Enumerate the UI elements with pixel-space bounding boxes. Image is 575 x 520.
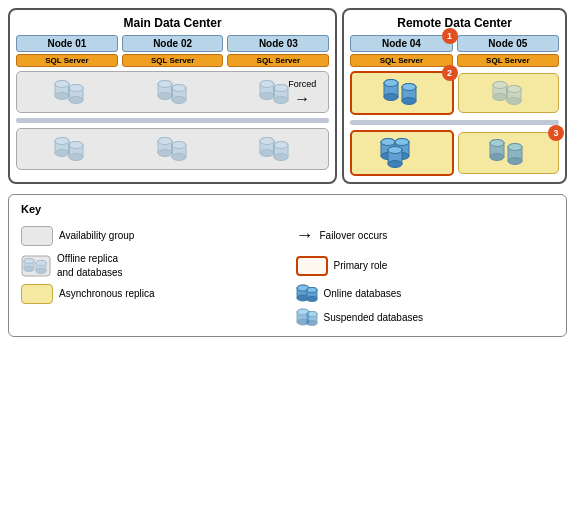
arrow-right: → bbox=[294, 90, 310, 108]
node04-row1-primary: 2 bbox=[350, 71, 453, 115]
node-05-col: Node 05 SQL Server bbox=[457, 35, 559, 67]
legend-item-async: Asynchronous replica bbox=[21, 284, 280, 304]
main-row1-node2-dbs bbox=[123, 78, 221, 106]
row-separator-1 bbox=[16, 118, 329, 123]
legend-text-primary: Primary role bbox=[334, 259, 388, 273]
legend-text-ag: Availability group bbox=[59, 229, 134, 243]
remote-row1: Forced → 2 bbox=[350, 71, 559, 115]
remote-ag-rows: Forced → 2 bbox=[350, 71, 559, 176]
svg-point-6 bbox=[69, 97, 83, 104]
legend-text-failover: Failover occurs bbox=[320, 229, 388, 243]
main-row2-node2-dbs bbox=[123, 135, 221, 163]
badge-3: 3 bbox=[548, 125, 564, 141]
online-db-icon-node04-r1 bbox=[383, 78, 421, 108]
svg-point-11 bbox=[158, 81, 172, 88]
legend-icon-ag bbox=[21, 226, 53, 246]
main-ag-row1 bbox=[16, 71, 329, 113]
offline-db-icon-6 bbox=[259, 135, 291, 163]
forced-arrow-area: Forced → bbox=[288, 79, 316, 108]
svg-point-30 bbox=[69, 154, 83, 161]
svg-point-100 bbox=[307, 288, 317, 293]
node-01-sql: SQL Server bbox=[16, 54, 118, 67]
legend-text-async: Asynchronous replica bbox=[59, 287, 155, 301]
main-row1-node1-dbs bbox=[21, 78, 119, 106]
offline-replica-icon bbox=[21, 255, 51, 277]
forced-label: Forced bbox=[288, 79, 316, 89]
svg-point-2 bbox=[55, 93, 69, 100]
node05-row1-async bbox=[458, 73, 559, 113]
svg-point-23 bbox=[274, 85, 288, 92]
node-03-label: Node 03 bbox=[227, 35, 329, 52]
svg-point-19 bbox=[260, 81, 274, 88]
svg-point-51 bbox=[384, 80, 398, 87]
node-05-label: Node 05 bbox=[457, 35, 559, 52]
svg-point-31 bbox=[69, 142, 83, 149]
legend-icon-primary bbox=[296, 256, 328, 276]
legend-icon-async bbox=[21, 284, 53, 304]
main-row2-node3-dbs bbox=[226, 135, 324, 163]
svg-point-63 bbox=[507, 86, 521, 93]
svg-point-18 bbox=[260, 93, 274, 100]
svg-point-50 bbox=[384, 94, 398, 101]
node04-row2-primary bbox=[350, 130, 453, 176]
node-04-label: Node 04 1 bbox=[350, 35, 452, 52]
svg-point-15 bbox=[172, 85, 186, 92]
node-02-col: Node 02 SQL Server bbox=[122, 35, 224, 67]
top-section: Main Data Center Node 01 SQL Server Node… bbox=[8, 8, 567, 184]
suspended-db-legend-icon bbox=[296, 308, 318, 328]
node-02-label: Node 02 bbox=[122, 35, 224, 52]
svg-point-58 bbox=[493, 94, 507, 101]
suspended-db-icon-node05-r2 bbox=[489, 138, 527, 168]
svg-point-107 bbox=[307, 321, 317, 326]
svg-point-91 bbox=[36, 269, 46, 274]
node-04-col: Node 04 1 SQL Server bbox=[350, 35, 452, 67]
remote-node-headers: Node 04 1 SQL Server Node 05 SQL Server bbox=[350, 35, 559, 67]
svg-point-10 bbox=[158, 93, 172, 100]
legend-item-online: Online databases bbox=[296, 284, 555, 304]
offline-db-icon-5 bbox=[157, 135, 189, 163]
offline-db-icon-node05-r1 bbox=[492, 79, 524, 107]
svg-point-71 bbox=[395, 139, 409, 146]
diagram-container: Main Data Center Node 01 SQL Server Node… bbox=[0, 0, 575, 520]
svg-point-26 bbox=[55, 150, 69, 157]
online-db-legend-icon bbox=[296, 284, 318, 304]
svg-point-75 bbox=[388, 147, 402, 154]
svg-point-79 bbox=[490, 140, 504, 147]
offline-db-icon-4 bbox=[54, 135, 86, 163]
svg-point-34 bbox=[158, 150, 172, 157]
main-row2-node1-dbs bbox=[21, 135, 119, 163]
legend-item-offline: Offline replicaand databases bbox=[21, 252, 280, 280]
svg-point-99 bbox=[307, 297, 317, 302]
node-05-sql: SQL Server bbox=[457, 54, 559, 67]
legend-icon-failover: → bbox=[296, 223, 314, 248]
remote-dc-title: Remote Data Center bbox=[350, 16, 559, 30]
main-ag-rows bbox=[16, 71, 329, 170]
legend-icon-offline bbox=[21, 255, 51, 277]
legend-item-failover: → Failover occurs bbox=[296, 223, 555, 248]
failover-arrow-icon: → bbox=[296, 223, 314, 248]
svg-point-35 bbox=[158, 138, 172, 145]
main-ag-row2 bbox=[16, 128, 329, 170]
legend-text-online: Online databases bbox=[324, 287, 402, 301]
svg-point-67 bbox=[381, 139, 395, 146]
legend-item-suspended: Suspended databases bbox=[296, 308, 555, 328]
node-03-col: Node 03 SQL Server bbox=[227, 35, 329, 67]
legend-title: Key bbox=[21, 203, 554, 215]
remote-row2: 3 bbox=[350, 130, 559, 176]
svg-point-92 bbox=[36, 261, 46, 266]
svg-point-83 bbox=[508, 144, 522, 151]
svg-point-82 bbox=[508, 158, 522, 165]
remote-data-center: Remote Data Center Node 04 1 SQL Server … bbox=[342, 8, 567, 184]
svg-point-55 bbox=[402, 84, 416, 91]
node-03-sql: SQL Server bbox=[227, 54, 329, 67]
legend-item-primary: Primary role bbox=[296, 252, 555, 280]
svg-point-87 bbox=[24, 267, 34, 272]
online-db-icon-node04-r2 bbox=[380, 137, 424, 169]
svg-point-38 bbox=[172, 154, 186, 161]
node-01-col: Node 01 SQL Server bbox=[16, 35, 118, 67]
node-01-label: Node 01 bbox=[16, 35, 118, 52]
svg-point-74 bbox=[388, 161, 402, 168]
legend-text-suspended: Suspended databases bbox=[324, 311, 424, 325]
offline-db-icon-3 bbox=[259, 78, 291, 106]
node-02-sql: SQL Server bbox=[122, 54, 224, 67]
